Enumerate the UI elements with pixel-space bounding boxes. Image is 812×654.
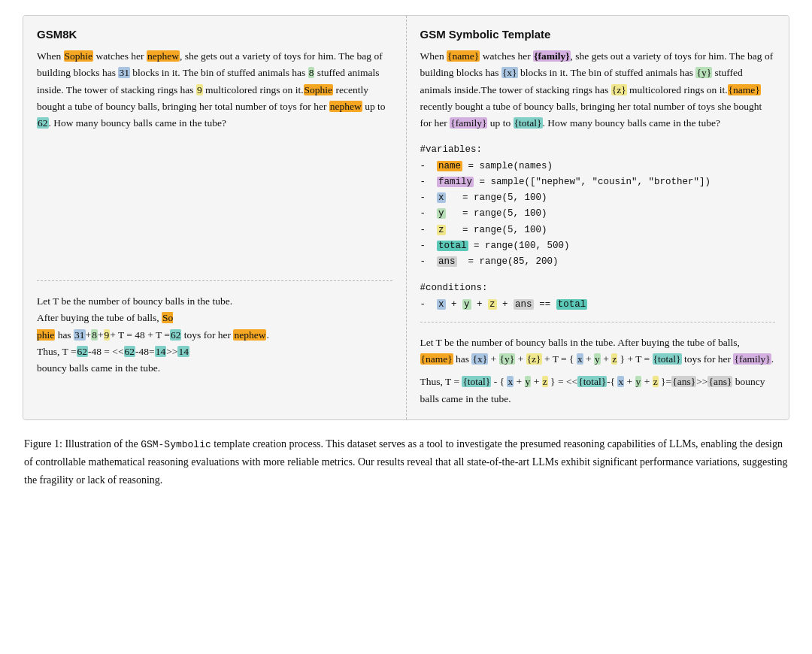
highlight-62: 62 xyxy=(37,117,49,129)
sym-z-1: {z} xyxy=(611,84,627,95)
figure-caption: Figure 1: Illustration of the GSM-Symbol… xyxy=(23,432,789,492)
sym-z-sol: {z} xyxy=(526,353,542,365)
sym-family-sol: {family} xyxy=(733,353,771,365)
var-y-line: - y = range(5, 100) xyxy=(420,206,776,222)
right-panel-top: When {name} watches her {family}, she ge… xyxy=(420,48,776,322)
sym-z-sol3: z xyxy=(542,376,548,387)
highlight-62-sol2: 62 xyxy=(77,346,89,357)
highlight-sophie-1: Sophie xyxy=(64,50,94,62)
sym-name-2: {name} xyxy=(728,84,761,95)
right-panel-bottom: Let T be the number of bouncy balls in t… xyxy=(420,332,776,407)
highlight-31-sol: 31 xyxy=(74,329,86,341)
left-panel: GSM8K When Sophie watches her nephew, sh… xyxy=(23,16,407,419)
sym-y-sol4: y xyxy=(635,376,642,387)
left-panel-bottom: Let T be the number of bouncy balls in t… xyxy=(37,290,392,377)
highlight-62-sol3: 62 xyxy=(124,346,136,357)
symbolic-solution-text: Let T be the number of bouncy balls in t… xyxy=(420,335,776,368)
highlight-9-sol: 9 xyxy=(104,329,111,341)
sym-y-sol3: y xyxy=(525,376,532,387)
sym-x-1: {x} xyxy=(501,67,518,78)
gsm8k-solution-text: Let T be the number of bouncy balls in t… xyxy=(37,293,392,377)
sym-ans-sol2: {ans} xyxy=(707,376,732,387)
sym-y-sol2: y xyxy=(594,353,601,365)
conditions-header: #conditions: xyxy=(420,280,776,296)
highlight-14: 14 xyxy=(155,346,167,357)
sym-z-sol2: z xyxy=(611,353,617,365)
sym-y-1: {y} xyxy=(695,67,712,78)
var-total-line: - total = range(100, 500) xyxy=(420,238,776,254)
symbolic-problem-text: When {name} watches her {family}, she ge… xyxy=(420,48,776,132)
sym-x-sol3: x xyxy=(507,376,514,387)
sym-family-1: {family} xyxy=(533,50,570,62)
gsm-symbolic-code: GSM-Symbolic xyxy=(141,439,211,450)
figure-label: Figure 1: xyxy=(24,438,62,450)
sym-x-sol2: x xyxy=(577,353,583,365)
highlight-sophie-2: Sophie xyxy=(304,84,334,95)
highlight-9: 9 xyxy=(196,84,203,95)
var-ans-line: - ans = range(85, 200) xyxy=(420,254,776,270)
conditions-section: #conditions: - x + y + z + ans == total xyxy=(420,280,776,313)
variables-header: #variables: xyxy=(420,142,776,158)
highlight-nephew-sol: nephew xyxy=(233,329,266,341)
highlight-nephew-2: nephew xyxy=(329,101,362,112)
sym-x-sol4: x xyxy=(617,376,624,387)
var-family-line: - family = sample(["nephew", "cousin", "… xyxy=(420,174,776,190)
var-name-line: - name = sample(names) xyxy=(420,159,776,174)
sym-total-sol: {total} xyxy=(653,353,682,365)
highlight-62-sol: 62 xyxy=(170,329,182,341)
left-panel-top: When Sophie watches her nephew, she gets… xyxy=(37,48,392,281)
main-container: GSM8K When Sophie watches her nephew, sh… xyxy=(23,15,789,492)
var-x-line: - x = range(5, 100) xyxy=(420,190,776,206)
sym-ans-sol: {ans} xyxy=(671,376,696,387)
sym-name-sol: {name} xyxy=(420,353,453,365)
symbolic-solution-text2: Thus, T = {total} - { x + y + z } = <<{t… xyxy=(420,374,776,407)
highlight-14-2: 14 xyxy=(177,346,189,357)
sym-total-sol3: {total} xyxy=(577,376,607,387)
sym-y-sol: {y} xyxy=(499,353,516,365)
condition-line: - x + y + z + ans == total xyxy=(420,297,776,313)
right-panel: GSM Symbolic Template When {name} watche… xyxy=(407,16,789,419)
sym-x-sol: {x} xyxy=(471,353,488,365)
sym-total-sol2: {total} xyxy=(462,376,491,387)
highlight-8-sol: 8 xyxy=(91,329,98,341)
right-panel-title: GSM Symbolic Template xyxy=(420,28,776,41)
sym-total-1: {total} xyxy=(514,117,543,129)
sym-family-2: {family} xyxy=(450,117,487,129)
panels-row: GSM8K When Sophie watches her nephew, sh… xyxy=(23,15,789,420)
highlight-nephew-1: nephew xyxy=(147,50,180,62)
highlight-8: 8 xyxy=(308,67,315,78)
sym-name-1: {name} xyxy=(447,50,480,62)
left-panel-title: GSM8K xyxy=(37,28,392,41)
var-z-line: - z = range(5, 100) xyxy=(420,223,776,238)
highlight-31: 31 xyxy=(118,67,130,78)
gsm8k-problem-text: When Sophie watches her nephew, she gets… xyxy=(37,48,392,132)
variables-section: #variables: - name = sample(names) - fam… xyxy=(420,142,776,270)
sym-z-sol4: z xyxy=(653,376,659,387)
